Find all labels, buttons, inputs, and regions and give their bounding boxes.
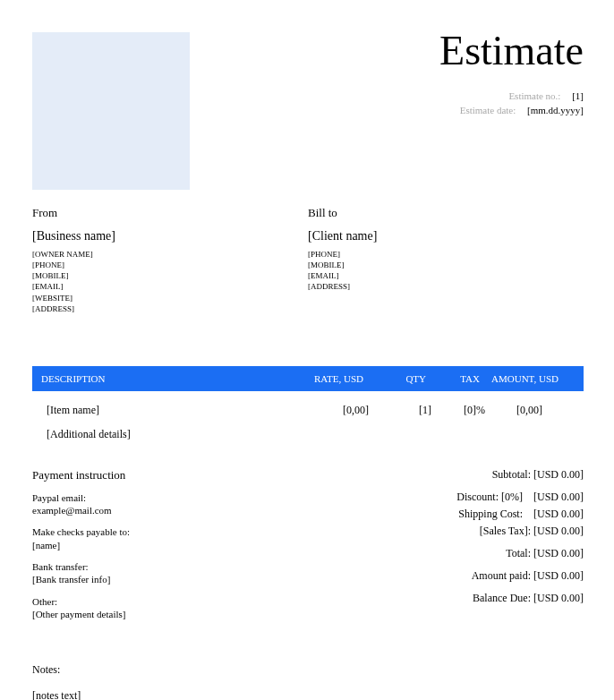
col-description: DESCRIPTION [41,373,274,384]
cell-amount: [0,00] [485,404,575,417]
other-value: [Other payment details] [32,608,301,620]
from-line: [WEBSITE] [32,293,308,303]
total-value: [USD 0.00] [533,547,584,559]
other-label: Other: [32,595,301,608]
paypal-label: Paypal email: [32,491,301,504]
paid-value: [USD 0.00] [533,569,584,582]
col-tax: TAX [426,373,480,384]
payment-heading: Payment instruction [32,468,301,482]
col-qty: QTY [363,373,426,384]
bank-value: [Bank transfer info] [32,573,301,585]
paid-label: Amount paid: [472,569,531,582]
salestax-label: [Sales Tax]: [480,525,531,537]
checks-value: [name] [32,539,301,551]
bank-label: Bank transfer: [32,560,301,573]
checks-label: Make checks payable to: [32,525,301,538]
balance-value: [USD 0.00] [533,592,584,604]
from-line: [PHONE] [32,260,308,270]
estimate-no-label: Estimate no.: [508,90,560,101]
estimate-no-value: [1] [572,90,584,101]
subtotal-label: Subtotal: [492,468,531,481]
total-label: Total: [506,547,531,559]
salestax-value: [USD 0.00] [533,525,584,537]
cell-rate: [0,00] [279,404,369,417]
subtotal-value: [USD 0.00] [533,468,584,481]
shipping-label: Shipping Cost: [458,508,523,520]
notes-text: [notes text] [32,689,584,700]
from-business-name: [Business name] [32,229,308,243]
billto-heading: Bill to [308,206,584,220]
paypal-value: example@mail.com [32,504,301,516]
from-heading: From [32,206,308,220]
billto-line: [ADDRESS] [308,281,584,292]
table-row: [Item name] [0,00] [1] [0]% [0,00] [32,391,584,423]
discount-label: Discount: [0%] [456,491,523,503]
estimate-date-value: [mm.dd.yyyy] [527,105,584,115]
notes-heading: Notes: [32,663,584,677]
from-line: [OWNER NAME] [32,249,308,260]
logo-placeholder [32,32,190,190]
col-amount: AMOUNT, USD [480,373,575,384]
billto-line: [PHONE] [308,249,584,260]
document-title: Estimate [439,27,584,74]
cell-tax: [0]% [431,404,485,417]
billto-line: [EMAIL] [308,270,584,281]
shipping-value: [USD 0.00] [533,508,584,520]
cell-desc: [Item name] [47,404,279,417]
balance-label: Balance Due: [473,592,531,604]
cell-qty: [1] [369,404,431,417]
estimate-date-label: Estimate date: [460,105,516,115]
billto-line: [MOBILE] [308,260,584,270]
row-details: [Additional details] [32,423,584,441]
col-rate: RATE, USD [274,373,363,384]
from-line: [MOBILE] [32,270,308,281]
from-line: [EMAIL] [32,281,308,292]
discount-value: [USD 0.00] [533,491,584,503]
billto-client-name: [Client name] [308,229,584,243]
from-line: [ADDRESS] [32,303,308,314]
